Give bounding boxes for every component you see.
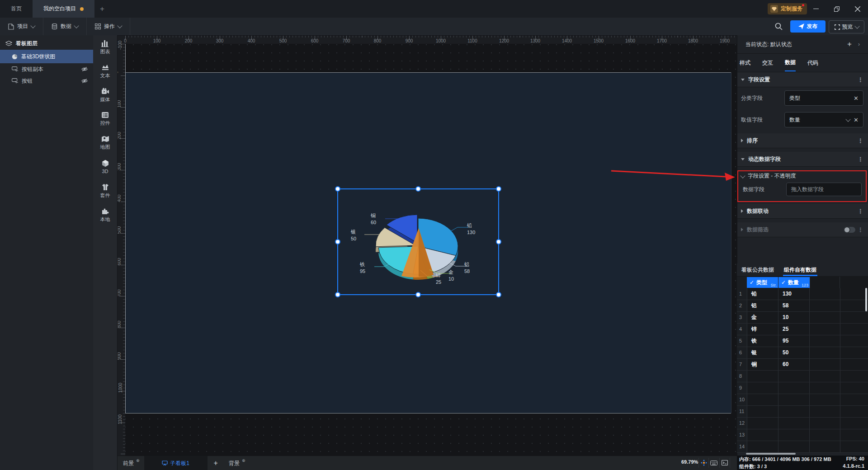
tab-interaction[interactable]: 交互 xyxy=(762,55,773,71)
drop-data-field-input[interactable]: 拖入数据字段 xyxy=(786,183,862,196)
subboard-tab[interactable]: 子看板1 xyxy=(144,456,208,470)
new-tab-button[interactable]: + xyxy=(94,0,110,18)
table-row[interactable]: 14 xyxy=(737,441,868,453)
menu-data[interactable]: 数据 xyxy=(43,18,87,35)
search-icon[interactable] xyxy=(775,23,783,30)
table-row[interactable]: 1 铅 130 xyxy=(737,288,868,300)
category-field-row: 分类字段 类型 ✕ xyxy=(737,87,868,109)
tab-data[interactable]: 数据 xyxy=(785,55,796,71)
asset-item-3d[interactable]: 3D xyxy=(93,160,117,183)
opacity-group-header[interactable]: 字段设置 - 不透明度 xyxy=(739,171,866,183)
kebab-menu-icon[interactable]: ⋮ xyxy=(858,208,863,215)
tab-style[interactable]: 样式 xyxy=(740,55,750,71)
h-ruler-label: 0 xyxy=(124,38,127,43)
column-header-type[interactable]: ✓ 类型 Str. xyxy=(747,277,778,288)
eye-off-icon[interactable] xyxy=(81,78,88,84)
layer-item-button[interactable]: 按钮 xyxy=(0,75,93,87)
tab-project[interactable]: 我的空白项目 xyxy=(33,0,94,18)
kebab-menu-icon[interactable]: ⋮ xyxy=(858,76,863,83)
table-row[interactable]: 4 锌 25 xyxy=(737,324,868,335)
kebab-menu-icon[interactable]: ⋮ xyxy=(858,137,863,144)
row-number: 12 xyxy=(737,418,747,429)
chevron-right-icon[interactable]: › xyxy=(858,41,860,47)
add-subboard-button[interactable]: + xyxy=(208,456,224,470)
row-number: 14 xyxy=(737,441,747,452)
add-state-button[interactable]: + xyxy=(847,40,852,49)
clear-icon[interactable]: ✕ xyxy=(854,95,859,102)
chevron-down-icon[interactable] xyxy=(845,117,850,122)
publish-button[interactable]: 发布 xyxy=(790,20,826,33)
table-row[interactable]: 8 xyxy=(737,371,868,382)
layer-item-pie3d[interactable]: 基础3D饼状图 xyxy=(0,50,93,63)
menu-operate[interactable]: 操作 xyxy=(87,18,130,35)
column-dtype: 123 xyxy=(802,283,808,287)
pie-label-value: 50 xyxy=(351,235,356,242)
table-row[interactable]: 12 xyxy=(737,418,868,429)
section-dynamic-fields[interactable]: 动态数据字段 ⋮ xyxy=(737,152,868,167)
column-header-quantity[interactable]: ✓ 数量 123 xyxy=(778,277,810,288)
keyboard-icon[interactable] xyxy=(708,458,719,468)
pie-label-value: 60 xyxy=(371,219,376,226)
cell-quantity: 25 xyxy=(778,324,809,335)
section-data-filter[interactable]: 数据筛选 ⋮ xyxy=(737,222,868,237)
bar-chart-icon xyxy=(101,40,109,47)
kebab-menu-icon[interactable]: ⋮ xyxy=(858,156,863,163)
close-button[interactable] xyxy=(848,0,868,18)
section-data-linkage[interactable]: 数据联动 ⋮ xyxy=(737,204,868,219)
cell-type: 铜 xyxy=(747,359,778,370)
asset-item-map[interactable]: 地图 xyxy=(93,136,117,160)
value-field-label: 取值字段 xyxy=(739,116,781,124)
asset-item-text[interactable]: 文本 xyxy=(93,64,117,88)
table-row[interactable]: 3 金 10 xyxy=(737,312,868,324)
clear-icon[interactable]: ✕ xyxy=(854,117,859,123)
asset-item-kit[interactable]: 套件 xyxy=(93,183,117,207)
table-row[interactable]: 11 xyxy=(737,406,868,418)
menu-project[interactable]: 项目 xyxy=(0,18,43,35)
cell-empty xyxy=(840,406,868,417)
kebab-menu-icon[interactable]: ⋮ xyxy=(858,226,863,233)
asset-item-media[interactable]: 媒体 xyxy=(93,88,117,112)
sub-board[interactable] xyxy=(125,72,731,413)
maximize-button[interactable] xyxy=(827,0,847,18)
section-sort[interactable]: 排序 ⋮ xyxy=(737,133,868,148)
tab-code[interactable]: 代码 xyxy=(807,55,818,71)
minimize-button[interactable] xyxy=(806,0,826,18)
tab-board-shared-data[interactable]: 看板公共数据 xyxy=(741,263,775,276)
section-title: 排序 xyxy=(747,137,758,145)
background-tab[interactable]: 背景⊕ xyxy=(224,456,250,470)
table-row[interactable]: 6 银 50 xyxy=(737,347,868,359)
asset-item-local[interactable]: 本地 xyxy=(93,207,117,231)
eye-off-icon[interactable] xyxy=(81,66,88,72)
table-row[interactable]: 10 xyxy=(737,394,868,406)
console-icon[interactable] xyxy=(719,458,730,468)
custom-service-badge[interactable]: 定制服务 xyxy=(768,3,807,14)
foreground-tab[interactable]: 前景⊕ xyxy=(118,456,144,470)
table-row[interactable]: 2 铝 58 xyxy=(737,300,868,312)
asset-item-widgets[interactable]: 控件 xyxy=(93,112,117,136)
asset-item-label: 控件 xyxy=(100,120,110,127)
table-row[interactable]: 5 铁 95 xyxy=(737,335,868,347)
v-ruler-label: 1100 xyxy=(118,414,123,424)
table-row[interactable]: 9 xyxy=(737,382,868,394)
horizontal-scrollbar[interactable] xyxy=(746,453,796,455)
category-field-input[interactable]: 类型 ✕ xyxy=(784,90,863,106)
fit-view-icon[interactable] xyxy=(698,458,709,468)
add-circle-icon[interactable]: ⊕ xyxy=(242,458,245,463)
section-field-settings[interactable]: 字段设置 ⋮ xyxy=(737,72,868,87)
filter-toggle[interactable] xyxy=(844,227,855,233)
table-row[interactable]: 7 铜 60 xyxy=(737,359,868,371)
empty-column-header xyxy=(810,277,840,288)
row-number: 11 xyxy=(737,406,747,417)
cell-empty xyxy=(840,312,868,323)
layer-item-button-copy[interactable]: 按钮副本 xyxy=(0,63,93,75)
tab-home-label: 首页 xyxy=(11,5,22,13)
value-field-input[interactable]: 数量 ✕ xyxy=(784,112,863,127)
vertical-scrollbar[interactable] xyxy=(865,288,867,311)
asset-item-charts[interactable]: 图表 xyxy=(93,40,117,64)
list-panel-icon xyxy=(101,112,109,118)
tab-component-own-data[interactable]: 组件自有数据 xyxy=(783,263,817,276)
add-circle-icon[interactable]: ⊕ xyxy=(136,458,140,463)
tab-home[interactable]: 首页 xyxy=(0,0,33,18)
preview-button[interactable]: 预览 xyxy=(829,20,864,33)
table-row[interactable]: 13 xyxy=(737,429,868,441)
